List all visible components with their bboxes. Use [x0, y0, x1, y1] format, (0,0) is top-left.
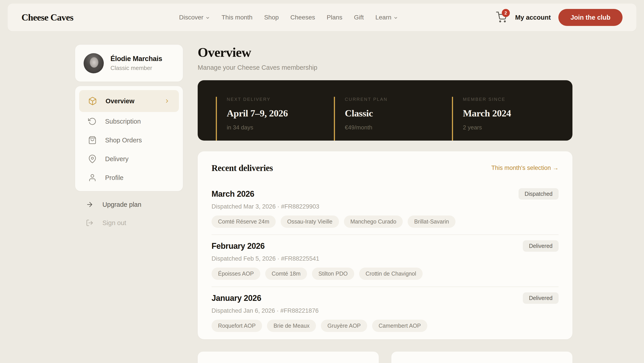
stat-value: March 2024 — [463, 108, 570, 119]
stat-member-since: MEMBER SINCE March 2024 2 years — [452, 97, 570, 141]
stat-label: MEMBER SINCE — [463, 97, 570, 102]
sign-out-link[interactable]: Sign out — [86, 217, 183, 229]
this-months-selection-link[interactable]: This month's selection → — [491, 165, 558, 171]
avatar — [84, 53, 104, 73]
stat-current-plan: CURRENT PLAN Classic €49/month — [334, 97, 452, 141]
nav-item-this-month[interactable]: This month — [222, 14, 253, 21]
page-subtitle: Manage your Cheese Caves membership — [198, 64, 572, 71]
nav-item-cheeses[interactable]: Cheeses — [290, 14, 315, 21]
account-menu: Overview Subscription Shop Orders Delive… — [75, 86, 183, 191]
cheese-tag: Brillat-Savarin — [408, 215, 456, 228]
chevron-right-icon — [164, 98, 170, 104]
stat-sub: in 34 days — [227, 124, 334, 131]
chevron-down-icon — [393, 16, 398, 20]
status-badge: Delivered — [523, 292, 558, 304]
delivery-row: March 2026 Dispatched Dispatched Mar 3, … — [212, 183, 558, 235]
cheese-tag: Comté 18m — [265, 268, 307, 280]
sidebar-item-delivery[interactable]: Delivery — [79, 150, 179, 168]
main-nav: Discover This month Shop Cheeses Plans G… — [179, 14, 398, 21]
sidebar-item-subscription[interactable]: Subscription — [79, 112, 179, 131]
join-the-club-button[interactable]: Join the club — [558, 9, 622, 26]
nav-item-shop[interactable]: Shop — [264, 14, 278, 21]
recent-deliveries-title: Recent deliveries — [212, 163, 273, 173]
stat-sub: 2 years — [463, 124, 570, 131]
pause-next-delivery-card[interactable]: Pause next delivery — [198, 352, 379, 363]
arrow-right-icon — [86, 201, 94, 208]
sidebar-item-profile[interactable]: Profile — [79, 168, 179, 187]
stat-label: NEXT DELIVERY — [227, 97, 334, 102]
my-account-link[interactable]: My account — [515, 14, 551, 21]
cheese-tag: Manchego Curado — [344, 215, 403, 228]
delivery-month: February 2026 — [212, 241, 265, 251]
cheese-tag: Crottin de Chavignol — [359, 268, 423, 280]
delivery-meta: Dispatched Jan 6, 2026 · #FR88221876 — [212, 307, 558, 314]
status-badge: Dispatched — [518, 188, 558, 200]
header-actions: 2 My account Join the club — [496, 9, 622, 26]
nav-item-learn[interactable]: Learn — [376, 14, 398, 21]
profile-tier: Classic member — [110, 65, 162, 71]
sidebar-item-overview[interactable]: Overview — [79, 90, 179, 112]
cheese-tag: Camembert AOP — [372, 320, 427, 332]
main-content: Overview Manage your Cheese Caves member… — [198, 45, 572, 363]
membership-summary-card: NEXT DELIVERY April 7–9, 2026 in 34 days… — [198, 80, 572, 141]
nav-item-gift[interactable]: Gift — [354, 14, 364, 21]
cheese-tag: Comté Réserve 24m — [212, 215, 276, 228]
cheese-tag: Stilton PDO — [312, 268, 354, 280]
delivery-row: February 2026 Delivered Dispatched Feb 5… — [212, 235, 558, 287]
delivery-month: January 2026 — [212, 294, 261, 303]
delivery-row: January 2026 Delivered Dispatched Jan 6,… — [212, 287, 558, 339]
stat-label: CURRENT PLAN — [345, 97, 452, 102]
cheese-tag: Ossau-Iraty Vieille — [281, 215, 339, 228]
cart-count-badge: 2 — [502, 9, 510, 17]
cheese-tag: Époisses AOP — [212, 268, 260, 280]
nav-item-discover[interactable]: Discover — [179, 14, 210, 21]
cheese-tag: Roquefort AOP — [212, 320, 262, 332]
user-icon — [88, 173, 96, 182]
sidebar-links: Upgrade plan Sign out — [75, 198, 183, 229]
delivery-meta: Dispatched Feb 5, 2026 · #FR88225541 — [212, 255, 558, 262]
rotate-ccw-icon — [88, 117, 96, 126]
delivery-month: March 2026 — [212, 189, 254, 199]
shopping-bag-icon — [88, 136, 96, 144]
sidebar-item-shop-orders[interactable]: Shop Orders — [79, 131, 179, 150]
stat-sub: €49/month — [345, 124, 452, 131]
status-badge: Delivered — [523, 240, 558, 252]
stat-value: April 7–9, 2026 — [227, 108, 334, 119]
chevron-down-icon — [206, 16, 210, 20]
log-out-icon — [86, 219, 94, 227]
delivery-meta: Dispatched Mar 3, 2026 · #FR88229903 — [212, 203, 558, 210]
stat-value: Classic — [345, 108, 452, 119]
cheese-tag: Gruyère AOP — [321, 320, 367, 332]
recent-deliveries-card: Recent deliveries This month's selection… — [198, 151, 572, 339]
nav-item-plans[interactable]: Plans — [327, 14, 342, 21]
top-navigation-bar: Cheese Caves Discover This month Shop Ch… — [8, 3, 636, 31]
account-sidebar: Élodie Marchais Classic member Overview … — [75, 45, 183, 235]
profile-card: Élodie Marchais Classic member — [75, 45, 183, 82]
upgrade-plan-link[interactable]: Upgrade plan — [86, 198, 183, 211]
cheese-tag: Brie de Meaux — [267, 320, 316, 332]
map-pin-icon — [88, 155, 96, 163]
stat-next-delivery: NEXT DELIVERY April 7–9, 2026 in 34 days — [216, 97, 334, 141]
profile-name: Élodie Marchais — [110, 55, 162, 63]
brand-logo[interactable]: Cheese Caves — [22, 12, 73, 23]
change-your-plan-card[interactable]: Change your plan — [391, 352, 572, 363]
cart-button[interactable]: 2 — [496, 12, 508, 23]
package-icon — [88, 97, 97, 105]
page-title: Overview — [198, 46, 572, 59]
